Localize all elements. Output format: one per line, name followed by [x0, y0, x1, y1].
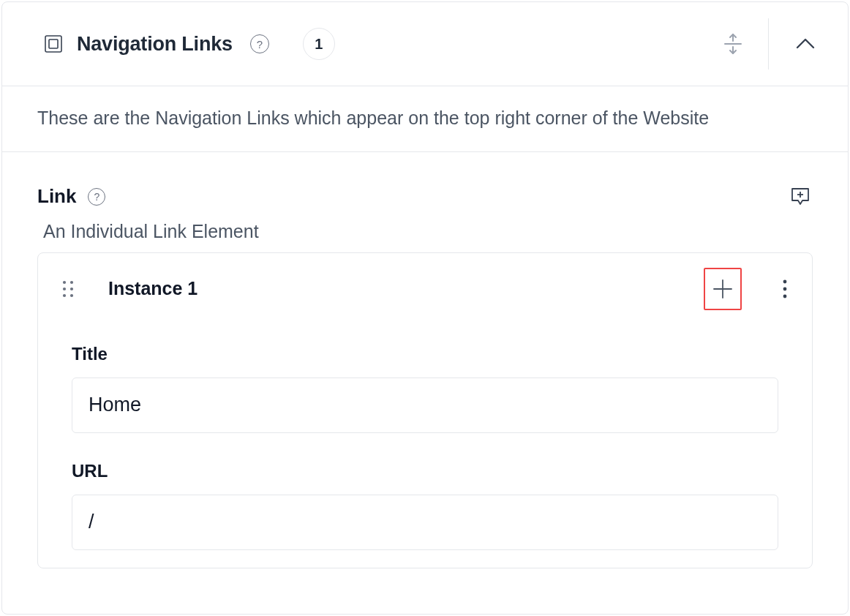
component-icon: [43, 34, 64, 54]
title-field-label: Title: [72, 344, 778, 364]
more-options-button[interactable]: [774, 274, 796, 304]
svg-point-13: [783, 279, 787, 283]
panel-body: Link ? An Individual Link Element: [2, 152, 848, 583]
sort-button[interactable]: [720, 31, 746, 57]
url-field-label: URL: [72, 461, 778, 481]
instance-fields: Title URL: [38, 325, 812, 568]
panel-title: Navigation Links: [77, 33, 233, 56]
instance-title: Instance 1: [108, 278, 686, 299]
svg-point-10: [70, 294, 73, 297]
divider: [768, 18, 769, 70]
instance-card: Instance 1 Title: [37, 252, 813, 568]
help-icon[interactable]: ?: [88, 188, 105, 206]
help-icon[interactable]: ?: [250, 34, 269, 53]
svg-point-9: [63, 294, 66, 297]
section-header: Link ?: [37, 184, 813, 209]
svg-rect-0: [45, 36, 61, 52]
header-left: Navigation Links ? 1: [43, 28, 720, 60]
count-badge: 1: [303, 28, 335, 60]
svg-point-5: [63, 281, 66, 284]
header-right: [720, 18, 824, 70]
panel-description: These are the Navigation Links which app…: [2, 86, 848, 152]
svg-point-14: [783, 287, 787, 290]
url-field-input[interactable]: [72, 495, 778, 550]
title-field-input[interactable]: [72, 378, 778, 433]
comment-button[interactable]: [788, 184, 813, 209]
section-title: Link: [37, 185, 76, 208]
panel-header: Navigation Links ? 1: [2, 2, 848, 86]
instance-header: Instance 1: [38, 253, 812, 325]
svg-point-7: [63, 288, 66, 290]
svg-point-6: [70, 281, 73, 284]
svg-point-15: [783, 294, 787, 298]
svg-rect-1: [49, 40, 58, 48]
section-title-wrap: Link ?: [37, 185, 105, 208]
add-instance-button[interactable]: [704, 268, 742, 310]
navigation-links-panel: Navigation Links ? 1 These are: [1, 1, 849, 615]
section-description: An Individual Link Element: [43, 221, 813, 242]
drag-handle-icon[interactable]: [60, 281, 76, 297]
svg-point-8: [70, 288, 73, 290]
collapse-button[interactable]: [791, 29, 820, 59]
